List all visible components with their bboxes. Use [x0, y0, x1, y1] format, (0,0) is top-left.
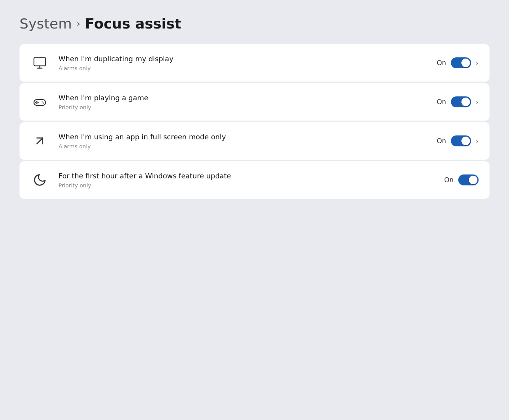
chevron-icon-duplicating-display: ›: [476, 59, 479, 67]
setting-subtitle-duplicating-display: Alarms only: [59, 65, 427, 71]
setting-title-duplicating-display: When I'm duplicating my display: [59, 54, 427, 63]
setting-content-feature-update: For the first hour after a Windows featu…: [59, 171, 435, 188]
setting-card-feature-update[interactable]: For the first hour after a Windows featu…: [20, 161, 489, 199]
setting-content-playing-game: When I'm playing a game Priority only: [59, 93, 427, 110]
svg-point-8: [37, 102, 39, 103]
setting-card-playing-game[interactable]: When I'm playing a game Priority only On…: [20, 83, 489, 121]
chevron-icon-fullscreen-app: ›: [476, 137, 479, 145]
svg-point-5: [36, 101, 37, 102]
setting-controls-playing-game: On ›: [437, 96, 479, 107]
toggle-duplicating-display[interactable]: [451, 57, 471, 68]
toggle-fullscreen-app[interactable]: [451, 135, 471, 146]
chevron-icon-playing-game: ›: [476, 98, 479, 106]
svg-line-11: [37, 138, 43, 144]
setting-subtitle-fullscreen-app: Alarms only: [59, 143, 427, 149]
gamepad-icon: [30, 93, 49, 111]
svg-point-10: [43, 103, 44, 104]
page-header: System › Focus assist: [20, 16, 489, 32]
breadcrumb-chevron: ›: [76, 18, 80, 29]
setting-status-duplicating-display: On: [437, 59, 446, 67]
setting-status-feature-update: On: [444, 176, 454, 184]
setting-card-fullscreen-app[interactable]: When I'm using an app in full screen mod…: [20, 122, 489, 160]
setting-title-playing-game: When I'm playing a game: [59, 93, 427, 102]
svg-point-6: [36, 103, 37, 104]
setting-title-feature-update: For the first hour after a Windows featu…: [59, 171, 435, 180]
toggle-feature-update[interactable]: [458, 174, 479, 185]
setting-card-duplicating-display[interactable]: When I'm duplicating my display Alarms o…: [20, 44, 489, 82]
toggle-playing-game[interactable]: [451, 96, 471, 107]
setting-status-fullscreen-app: On: [437, 137, 446, 145]
setting-controls-feature-update: On: [444, 174, 479, 185]
setting-controls-duplicating-display: On ›: [437, 57, 479, 68]
monitor-icon: [30, 53, 49, 72]
setting-content-fullscreen-app: When I'm using an app in full screen mod…: [59, 132, 427, 149]
svg-point-7: [35, 102, 36, 103]
svg-rect-0: [34, 58, 46, 66]
setting-controls-fullscreen-app: On ›: [437, 135, 479, 146]
setting-subtitle-playing-game: Priority only: [59, 104, 427, 110]
setting-title-fullscreen-app: When I'm using an app in full screen mod…: [59, 132, 427, 141]
page-title: Focus assist: [85, 16, 181, 32]
moon-icon: [30, 171, 49, 189]
fullscreen-icon: [30, 132, 49, 150]
settings-list: When I'm duplicating my display Alarms o…: [20, 44, 489, 199]
setting-content-duplicating-display: When I'm duplicating my display Alarms o…: [59, 54, 427, 71]
setting-status-playing-game: On: [437, 98, 446, 106]
svg-point-9: [42, 101, 43, 103]
system-nav-label[interactable]: System: [20, 16, 72, 32]
setting-subtitle-feature-update: Priority only: [59, 182, 435, 189]
